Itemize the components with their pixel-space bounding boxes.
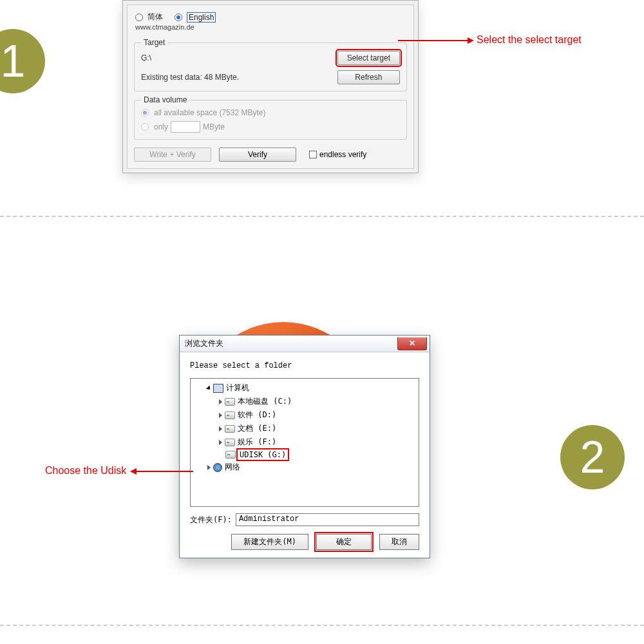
folder-tree[interactable]: 计算机 本地磁盘 (C:) 软件 (D:) 文档 (E:) 娱乐 (F:) — [190, 378, 419, 507]
tree-node-drive-e[interactable]: 文档 (E:) — [191, 422, 419, 435]
lang-en-option[interactable]: English — [175, 12, 216, 23]
opt-only-label: only — [154, 122, 168, 131]
action-row: Write + Verify Verify endless verify — [134, 144, 407, 162]
lang-cn-option[interactable]: 简体 — [135, 12, 163, 23]
lang-en-label: English — [187, 12, 216, 23]
tree-label: 计算机 — [226, 383, 249, 393]
h2testw-inner: 简体 English www.ctmagazin.de Target G:\ S… — [127, 5, 414, 169]
radio-filled-icon — [175, 14, 182, 21]
existing-test-data: Existing test data: 48 MByte. — [141, 73, 331, 82]
expand-icon — [219, 399, 222, 404]
close-icon: ✕ — [409, 339, 415, 348]
verify-button[interactable]: Verify — [219, 147, 296, 162]
radio-icon — [141, 109, 149, 117]
language-row: 简体 English www.ctmagazin.de — [134, 9, 407, 34]
opt-only-unit: MByte — [203, 122, 225, 131]
tree-node-computer[interactable]: 计算机 — [191, 381, 419, 395]
lang-cn-label: 简体 — [147, 12, 163, 23]
data-volume-legend: Data volume — [141, 95, 189, 104]
dialog-title: 浏览文件夹 — [185, 338, 223, 349]
dialog-instruction: Please select a folder — [190, 361, 419, 370]
tree-node-drive-f[interactable]: 娱乐 (F:) — [191, 435, 419, 449]
only-amount-input[interactable] — [171, 121, 200, 133]
separator-1 — [0, 216, 644, 217]
expand-icon — [219, 426, 222, 431]
annotation-1: Select the select target — [477, 34, 582, 46]
cancel-button[interactable]: 取消 — [379, 534, 419, 550]
refresh-button[interactable]: Refresh — [337, 70, 400, 84]
folder-name-input[interactable]: Administrator — [236, 513, 419, 526]
opt-all-label: all available space (7532 MByte) — [154, 108, 265, 117]
opt-only[interactable]: only MByte — [141, 121, 400, 133]
folder-browser-dialog: 浏览文件夹 ✕ Please select a folder 计算机 本地磁盘 … — [179, 335, 430, 558]
opt-all-space[interactable]: all available space (7532 MByte) — [141, 108, 400, 117]
tree-node-udisk[interactable]: UDISK (G:) — [191, 449, 419, 460]
arrow-2-head-icon — [130, 468, 137, 475]
new-folder-button[interactable]: 新建文件夹(M) — [231, 534, 308, 550]
close-button[interactable]: ✕ — [397, 337, 427, 350]
tree-label: 网络 — [225, 462, 240, 473]
endless-verify-label: endless verify — [319, 150, 366, 159]
drive-icon — [225, 398, 235, 406]
tree-label-udisk: UDISK (G:) — [238, 450, 287, 459]
tree-label: 文档 (E:) — [238, 423, 276, 434]
tree-node-drive-c[interactable]: 本地磁盘 (C:) — [191, 395, 419, 408]
select-target-button[interactable]: Select target — [337, 51, 400, 65]
step-2-badge: 2 — [560, 425, 625, 489]
drive-icon — [225, 425, 235, 433]
network-icon — [213, 463, 222, 472]
drive-icon — [225, 412, 235, 419]
app-url: www.ctmagazin.de — [135, 23, 194, 31]
radio-icon — [135, 14, 143, 21]
expand-icon — [207, 465, 211, 470]
separator-2 — [0, 625, 644, 626]
checkbox-icon — [309, 151, 317, 158]
expand-icon — [219, 440, 222, 445]
expand-open-icon — [206, 385, 212, 391]
tree-label: 娱乐 (F:) — [238, 437, 276, 448]
tree-node-network[interactable]: 网络 — [191, 460, 419, 474]
arrow-1-head-icon — [468, 37, 474, 44]
drive-icon — [225, 451, 236, 459]
endless-verify-option[interactable]: endless verify — [309, 150, 366, 159]
folder-label: 文件夹(F): — [190, 515, 232, 526]
ok-button[interactable]: 确定 — [316, 534, 372, 550]
arrow-1-line — [398, 40, 469, 41]
computer-icon — [213, 384, 223, 393]
expand-icon — [219, 413, 222, 418]
data-volume-fieldset: Data volume all available space (7532 MB… — [134, 95, 407, 140]
drive-icon — [225, 439, 235, 446]
dialog-titlebar: 浏览文件夹 ✕ — [180, 336, 430, 352]
tree-node-drive-d[interactable]: 软件 (D:) — [191, 408, 419, 422]
folder-name-row: 文件夹(F): Administrator — [190, 513, 419, 526]
step-1-badge: 1 — [0, 29, 45, 93]
target-legend: Target — [141, 38, 167, 47]
target-path: G:\ — [141, 53, 331, 62]
arrow-2-line — [135, 471, 193, 472]
tree-label: 软件 (D:) — [238, 410, 276, 421]
annotation-2: Choose the Udisk — [45, 465, 126, 477]
write-verify-button: Write + Verify — [134, 147, 211, 162]
h2testw-panel: 简体 English www.ctmagazin.de Target G:\ S… — [122, 0, 419, 173]
target-fieldset: Target G:\ Select target Existing test d… — [134, 38, 407, 91]
tree-label: 本地磁盘 (C:) — [238, 396, 292, 407]
radio-icon — [141, 123, 149, 131]
dialog-buttons: 新建文件夹(M) 确定 取消 — [190, 534, 419, 550]
